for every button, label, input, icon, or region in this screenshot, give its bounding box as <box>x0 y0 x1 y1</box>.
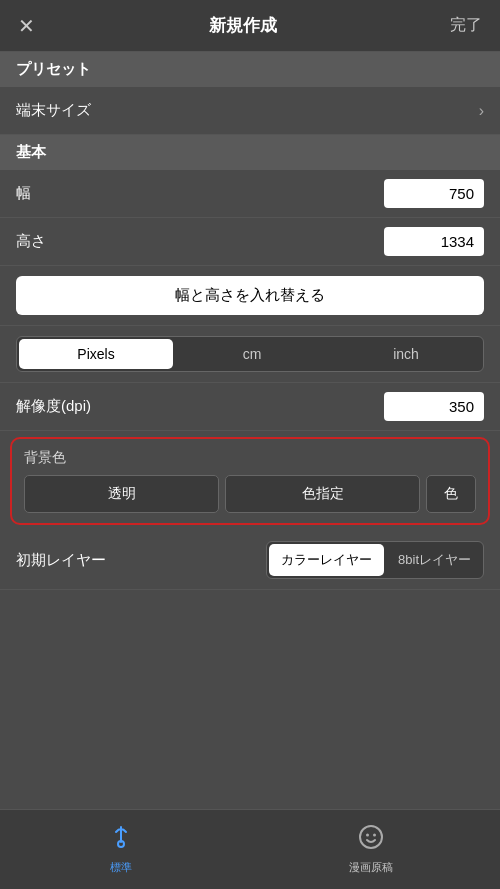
close-button[interactable]: ✕ <box>18 16 35 36</box>
device-size-row[interactable]: 端末サイズ › <box>0 87 500 135</box>
background-buttons: 透明 色指定 色 <box>24 475 476 513</box>
header: ✕ 新規作成 完了 <box>0 0 500 52</box>
height-row: 高さ <box>0 218 500 266</box>
basic-section-label: 基本 <box>16 143 46 160</box>
unit-pixels-button[interactable]: Pixels <box>19 339 173 369</box>
basic-section-header: 基本 <box>0 135 500 170</box>
done-button[interactable]: 完了 <box>450 15 482 36</box>
transparent-button[interactable]: 透明 <box>24 475 219 513</box>
resolution-row: 解像度(dpi) <box>0 383 500 431</box>
layer-segment: カラーレイヤー 8bitレイヤー <box>266 541 484 579</box>
swap-button[interactable]: 幅と高さを入れ替える <box>16 276 484 315</box>
tab-manga-label: 漫画原稿 <box>349 860 393 875</box>
device-size-right: › <box>479 102 484 120</box>
unit-cm-button[interactable]: cm <box>175 337 329 371</box>
layer-label: 初期レイヤー <box>16 551 106 570</box>
svg-point-1 <box>360 826 382 848</box>
tab-manga[interactable]: 漫画原稿 <box>349 824 393 875</box>
color-button[interactable]: 色 <box>426 475 476 513</box>
preset-section-header: プリセット <box>0 52 500 87</box>
tab-bar: 標準 漫画原稿 <box>0 809 500 889</box>
device-size-label: 端末サイズ <box>16 101 91 120</box>
preset-section-label: プリセット <box>16 60 91 77</box>
resolution-label: 解像度(dpi) <box>16 397 91 416</box>
manga-icon <box>358 824 384 856</box>
unit-inch-button[interactable]: inch <box>329 337 483 371</box>
width-input[interactable] <box>384 179 484 208</box>
page-title: 新規作成 <box>209 14 277 37</box>
tab-standard[interactable]: 標準 <box>108 824 134 875</box>
background-label: 背景色 <box>24 449 476 467</box>
width-row: 幅 <box>0 170 500 218</box>
height-input[interactable] <box>384 227 484 256</box>
height-label: 高さ <box>16 232 46 251</box>
color-spec-button[interactable]: 色指定 <box>225 475 420 513</box>
layer-color-button[interactable]: カラーレイヤー <box>269 544 384 576</box>
standard-icon <box>108 824 134 856</box>
swap-row: 幅と高さを入れ替える <box>0 266 500 326</box>
tab-standard-label: 標準 <box>110 860 132 875</box>
layer-8bit-button[interactable]: 8bitレイヤー <box>386 542 483 578</box>
chevron-right-icon: › <box>479 102 484 120</box>
content-area: ✕ 新規作成 完了 プリセット 端末サイズ › 基本 幅 高さ 幅と高さを入れ替… <box>0 0 500 809</box>
unit-segment-row: Pixels cm inch <box>0 326 500 383</box>
svg-point-3 <box>373 834 376 837</box>
layer-row: 初期レイヤー カラーレイヤー 8bitレイヤー <box>0 531 500 590</box>
width-label: 幅 <box>16 184 31 203</box>
resolution-input[interactable] <box>384 392 484 421</box>
svg-point-0 <box>118 841 124 847</box>
background-section: 背景色 透明 色指定 色 <box>10 437 490 525</box>
unit-segment-control: Pixels cm inch <box>16 336 484 372</box>
svg-point-2 <box>366 834 369 837</box>
